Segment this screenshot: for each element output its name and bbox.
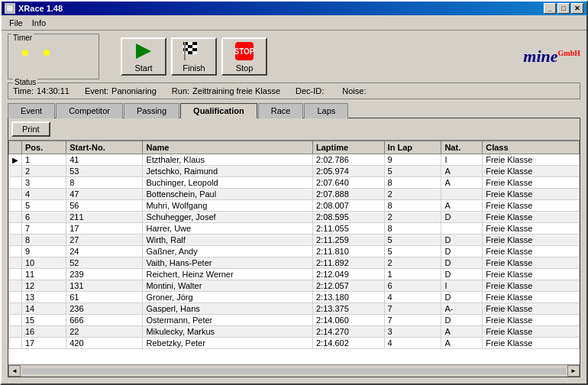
noise-label: Noise:: [342, 86, 366, 95]
stop-label: Stop: [236, 63, 254, 73]
cell-nat: D: [441, 292, 483, 303]
timer-label: Timer: [11, 34, 34, 42]
svg-rect-9: [192, 48, 197, 51]
cell-pos: 11: [22, 269, 66, 280]
table-row: 1361Groner, Jörg2:13.1804DFreie Klasse: [9, 292, 580, 303]
status-label: Status: [13, 78, 37, 86]
tab-event[interactable]: Event: [8, 103, 55, 118]
cell-class: Freie Klasse: [483, 154, 580, 166]
stop-button[interactable]: STOP Stop: [221, 37, 267, 76]
table-row: 827Wirth, Ralf2:11.2595DFreie Klasse: [9, 235, 580, 246]
svg-rect-2: [188, 42, 192, 45]
row-arrow-cell: ▶: [9, 154, 22, 166]
tab-passing[interactable]: Passing: [124, 103, 179, 118]
cell-laptime: 2:11.055: [312, 223, 384, 235]
cell-start_no: 420: [66, 338, 143, 349]
cell-in_lap: 1: [384, 269, 441, 280]
cell-pos: 8: [22, 235, 66, 246]
app-icon: ⊞: [5, 3, 15, 14]
svg-rect-6: [192, 45, 197, 48]
cell-class: Freie Klasse: [483, 189, 580, 200]
cell-laptime: 2:11.259: [312, 235, 384, 246]
cell-in_lap: 5: [384, 166, 441, 177]
cell-start_no: 41: [66, 154, 143, 166]
cell-in_lap: 8: [384, 223, 441, 235]
cell-pos: 15: [22, 315, 66, 326]
cell-name: Buchinger, Leopold: [143, 177, 313, 189]
cell-class: Freie Klasse: [483, 166, 580, 177]
scroll-left-button[interactable]: ◄: [8, 365, 21, 377]
cell-in_lap: 2: [384, 189, 441, 200]
row-arrow-cell: [9, 269, 22, 280]
status-box: Status Time: 14:30:11 Event: Panoniaring…: [8, 82, 580, 99]
cell-in_lap: 2: [384, 212, 441, 223]
maximize-button[interactable]: □: [557, 3, 570, 14]
tab-qualification[interactable]: Qualification: [180, 103, 257, 118]
stop-icon: STOP: [234, 40, 255, 62]
cell-start_no: 47: [66, 189, 143, 200]
run-label: Run:: [172, 86, 189, 95]
cell-pos: 13: [22, 292, 66, 303]
tab-race[interactable]: Race: [258, 103, 304, 118]
cell-start_no: 211: [66, 212, 143, 223]
cell-name: Schuhegger, Josef: [143, 212, 313, 223]
status-event: Event: Panoniaring: [85, 86, 157, 95]
cell-laptime: 2:14.270: [312, 326, 384, 338]
cell-start_no: 22: [66, 326, 143, 338]
cell-laptime: 2:12.057: [312, 280, 384, 292]
close-button[interactable]: ✕: [571, 3, 583, 14]
cell-start_no: 52: [66, 257, 143, 269]
cell-nat: D: [441, 257, 483, 269]
cell-nat: D: [441, 235, 483, 246]
cell-in_lap: 3: [384, 326, 441, 338]
table-row: 924Gaßner, Andy2:11.8105DFreie Klasse: [9, 246, 580, 257]
svg-rect-8: [188, 48, 192, 51]
cell-laptime: 2:14.060: [312, 315, 384, 326]
cell-name: Vaith, Hans-Peter: [143, 257, 313, 269]
scroll-right-button[interactable]: ►: [567, 365, 580, 377]
cell-class: Freie Klasse: [483, 200, 580, 212]
status-time: Time: 14:30:11: [13, 86, 69, 95]
row-arrow-cell: [9, 315, 22, 326]
cell-pos: 17: [22, 338, 66, 349]
cell-start_no: 56: [66, 200, 143, 212]
table-header-row: Pos. Start-No. Name Laptime In Lap Nat. …: [9, 141, 580, 154]
svg-marker-0: [136, 44, 151, 59]
scrollbar-track[interactable]: [22, 368, 566, 374]
event-label: Event:: [85, 86, 108, 95]
menu-file[interactable]: File: [5, 17, 27, 29]
cell-class: Freie Klasse: [483, 223, 580, 235]
cell-laptime: 2:08.595: [312, 212, 384, 223]
cell-class: Freie Klasse: [483, 338, 580, 349]
tab-laps[interactable]: Laps: [304, 103, 348, 118]
cell-class: Freie Klasse: [483, 235, 580, 246]
tab-competitor[interactable]: Competitor: [56, 103, 123, 118]
status-row: Time: 14:30:11 Event: Panoniaring Run: Z…: [13, 85, 575, 97]
cell-pos: 7: [22, 223, 66, 235]
cell-in_lap: 6: [384, 280, 441, 292]
start-button[interactable]: Start: [121, 37, 166, 76]
table-container[interactable]: Pos. Start-No. Name Laptime In Lap Nat. …: [8, 141, 580, 364]
col-name: Name: [143, 141, 313, 154]
cell-class: Freie Klasse: [483, 212, 580, 223]
row-arrow-cell: [9, 189, 22, 200]
event-value: Panoniaring: [111, 86, 157, 95]
cell-in_lap: 7: [384, 315, 441, 326]
minimize-button[interactable]: _: [544, 3, 556, 14]
finish-button[interactable]: Finish: [171, 37, 217, 76]
cell-in_lap: 4: [384, 338, 441, 349]
horizontal-scrollbar[interactable]: ◄ ►: [8, 364, 580, 377]
cell-name: Jetschko, Raimund: [143, 166, 313, 177]
title-bar-left: ⊞ XRace 1.48: [5, 3, 63, 14]
table-row: 11239Reichert, Heinz Werner2:12.0491DFre…: [9, 269, 580, 280]
col-startno: Start-No.: [66, 141, 143, 154]
timer-box: Timer: [8, 34, 99, 79]
cell-laptime: 2:07.640: [312, 177, 384, 189]
main-content: Print Pos. Start-No. Name Laptime In Lap…: [8, 118, 580, 377]
print-button[interactable]: Print: [11, 121, 50, 137]
cell-in_lap: 5: [384, 235, 441, 246]
table-row: 6211Schuhegger, Josef2:08.5952DFreie Kla…: [9, 212, 580, 223]
cell-name: Muhri, Wolfgang: [143, 200, 313, 212]
cell-class: Freie Klasse: [483, 177, 580, 189]
menu-info[interactable]: Info: [27, 17, 50, 29]
